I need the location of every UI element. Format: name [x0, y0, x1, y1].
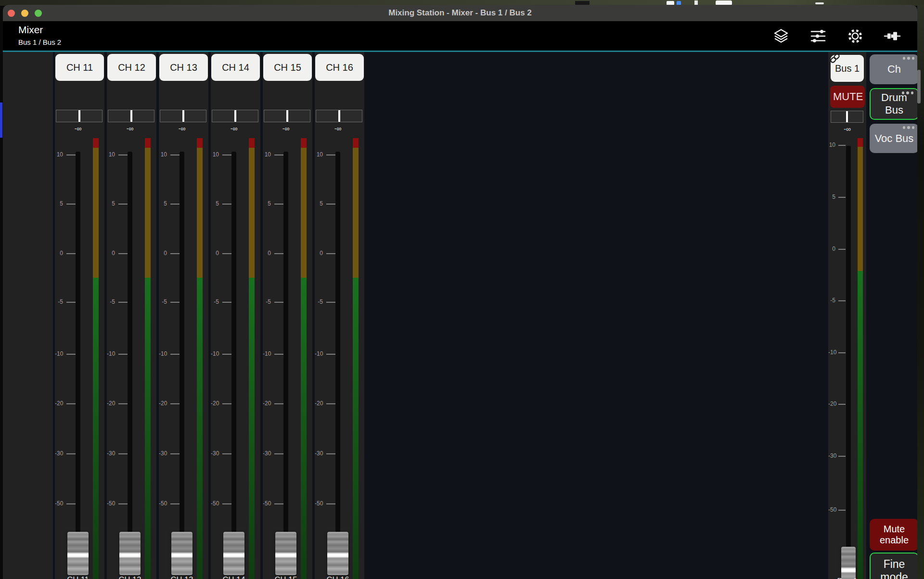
scale-tick-line — [118, 453, 128, 454]
pan-slider[interactable] — [264, 110, 310, 122]
pan-slider[interactable] — [56, 110, 103, 122]
scale-tick-label: -30 — [263, 450, 271, 457]
scale-tick-label: -50 — [107, 500, 115, 507]
channel-select-button[interactable]: CH 15 — [263, 54, 312, 81]
scale-tick-line — [66, 204, 76, 205]
scale-tick-label: 10 — [55, 151, 63, 158]
scale-tick-label: 10 — [828, 142, 835, 148]
scale-tick-line — [222, 403, 232, 404]
fine-mode-button[interactable]: Fine mode — [870, 553, 917, 579]
fader-value: -∞ — [107, 125, 153, 132]
scale-tick-line — [222, 154, 232, 155]
scale-tick-label: -20 — [315, 400, 323, 407]
scale-tick-line — [222, 354, 232, 355]
fader-knob[interactable] — [275, 532, 296, 575]
scale-tick-label: -20 — [159, 400, 167, 407]
channel-strip: CH 15 -∞ 1050-5-10-20-30-50 CH 15 — [263, 52, 312, 579]
background-scrollbar — [917, 70, 921, 103]
scale-tick-line — [170, 354, 180, 355]
channel-select-button[interactable]: CH 11 — [55, 54, 104, 81]
scale-tick-label: -10 — [55, 350, 63, 357]
scale-tick-line — [170, 503, 180, 504]
pan-slider[interactable] — [212, 110, 258, 122]
background-window-fragment — [575, 1, 590, 5]
mixer-content: CH 11 -∞ 1050-5-10-20-30-50 CH 11 CH 12 … — [3, 52, 917, 579]
scale-tick-label: -10 — [107, 350, 115, 357]
fader-track[interactable] — [231, 152, 236, 575]
layer-label: Voc Bus — [875, 132, 914, 145]
level-meter — [301, 138, 307, 579]
fader-knob[interactable] — [841, 547, 856, 579]
scale-tick-line — [838, 145, 846, 146]
channel-bottom-label: CH 11 — [55, 575, 101, 579]
scale-tick-label: -5 — [159, 298, 167, 305]
level-meter — [858, 138, 863, 579]
channel-select-button[interactable]: CH 13 — [159, 54, 208, 81]
scale-tick-label: 5 — [211, 200, 219, 207]
fader-track[interactable] — [846, 146, 851, 579]
channel-strip: CH 16 -∞ 1050-5-10-20-30-50 CH 16 — [315, 52, 364, 579]
scale-tick-line — [326, 354, 336, 355]
scale-tick-label: -50 — [211, 500, 219, 507]
scale-tick-label: 5 — [315, 200, 323, 207]
fader-knob[interactable] — [327, 532, 348, 575]
fader-track[interactable] — [335, 152, 340, 575]
scale-tick-label: 10 — [159, 151, 167, 158]
scale-tick-line — [326, 503, 336, 504]
fader-knob[interactable] — [223, 532, 244, 575]
channel-bottom-label: CH 15 — [263, 575, 309, 579]
channel-select-button[interactable]: CH 16 — [315, 54, 364, 81]
sidebar-layer-ch[interactable]: Ch — [870, 54, 917, 84]
scale-tick-label: -10 — [828, 349, 835, 356]
scale-tick-line — [838, 197, 846, 198]
mute-enable-button[interactable]: Mute enable — [870, 519, 917, 551]
pan-slider[interactable] — [160, 110, 206, 122]
titlebar: Mixing Station - Mixer - Bus 1 / Bus 2 — [3, 5, 917, 21]
pan-slider[interactable] — [831, 111, 863, 123]
sidebar-layer-drum-bus[interactable]: Drum Bus — [870, 88, 917, 120]
channel-select-button[interactable]: CH 14 — [211, 54, 260, 81]
scale-tick-label: 10 — [263, 151, 271, 158]
fader-knob[interactable] — [171, 532, 192, 575]
scale-tick-label: 5 — [159, 200, 167, 207]
scale-tick-line — [222, 302, 232, 303]
scale-tick-label: -5 — [211, 298, 219, 305]
fader-track[interactable] — [76, 152, 80, 575]
layer-label: Ch — [887, 63, 901, 76]
connection-icon[interactable] — [884, 27, 901, 45]
scale-tick-label: 0 — [263, 250, 271, 257]
pan-indicator — [286, 110, 288, 122]
pan-slider[interactable] — [316, 110, 362, 122]
sidebar-layer-voc-bus[interactable]: Voc Bus — [870, 124, 917, 153]
scale-tick-label: 0 — [828, 245, 835, 252]
scale-tick-label: -30 — [828, 452, 835, 459]
fader-track[interactable] — [128, 152, 132, 575]
scale-tick-label: -10 — [211, 350, 219, 357]
scale-tick-line — [170, 253, 180, 254]
mute-button[interactable]: MUTE — [830, 86, 865, 108]
scale-tick-line — [838, 404, 846, 405]
scale-tick-label: -10 — [159, 350, 167, 357]
scale-tick-label: 5 — [828, 193, 835, 200]
fader-track[interactable] — [180, 152, 184, 575]
layers-icon[interactable] — [772, 27, 790, 45]
pan-slider[interactable] — [108, 110, 154, 122]
header-titles: Mixer Bus 1 / Bus 2 — [18, 24, 61, 48]
fader-value: -∞ — [828, 125, 866, 133]
fader-knob[interactable] — [67, 532, 89, 575]
channel-select-button[interactable]: CH 12 — [107, 54, 156, 81]
scale-tick-label: 5 — [55, 200, 63, 207]
channel-strip-settings-icon[interactable] — [809, 27, 827, 45]
scale-tick-label: 10 — [211, 151, 219, 158]
scale-tick-label: 5 — [107, 200, 115, 207]
scale-tick-line — [274, 204, 284, 205]
gear-icon[interactable] — [847, 27, 864, 45]
scale-tick-label: -50 — [828, 506, 835, 513]
fader-track[interactable] — [283, 152, 288, 575]
fader-knob[interactable] — [119, 532, 141, 575]
scroll-position-indicator[interactable] — [0, 103, 2, 138]
scale-tick-line — [274, 403, 284, 404]
scale-tick-line — [118, 403, 128, 404]
page-title: Mixer — [18, 24, 61, 36]
scale-tick-line — [838, 352, 846, 353]
